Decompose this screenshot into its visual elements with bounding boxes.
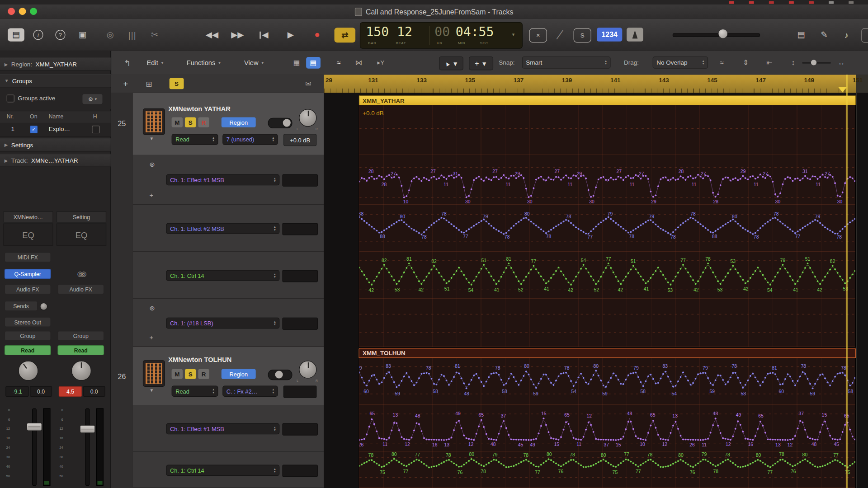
pan-knob[interactable] [71, 361, 91, 380]
menubar-status-icon[interactable] [729, 1, 734, 4]
mute-button[interactable]: M [172, 369, 183, 379]
playhead[interactable] [846, 75, 847, 488]
add-lane-icon[interactable]: + [150, 192, 154, 199]
lane-parameter-select[interactable]: Ch. 1: Ctrl 14▴▾ [166, 465, 279, 476]
autoselect-parameter-icon[interactable]: ▸Y [374, 57, 388, 69]
menubar-status-icon[interactable] [809, 1, 814, 4]
solo-button[interactable]: S [185, 369, 196, 379]
crossfade-icon[interactable]: ⋈ [352, 57, 366, 69]
editors-scissors-icon[interactable]: ✂ [146, 27, 163, 42]
mail-envelope-icon[interactable]: ✉ [301, 78, 316, 90]
lane-parameter-select[interactable]: Ch. 1: Effect #1 MSB▴▾ [166, 423, 279, 434]
snap-select[interactable]: Smart▴▾ [522, 56, 611, 69]
lane-parameter-select[interactable]: Ch. 1: (#18 LSB)▴▾ [166, 318, 279, 328]
groups-active-checkbox[interactable] [7, 94, 14, 102]
forward-button[interactable]: ▶▶ [229, 27, 246, 42]
peak-level-display[interactable]: -9.1 [5, 386, 28, 397]
lane-parameter-select[interactable]: Ch. 1: Ctrl 14▴▾ [166, 270, 279, 281]
region-header[interactable]: XMM_TOLHUN [359, 348, 856, 358]
disclosure-triangle-icon[interactable]: ▶ [5, 62, 8, 67]
menubar-status-icon[interactable] [769, 1, 774, 4]
note-pad-icon[interactable]: ✎ [816, 27, 833, 42]
record-enable-button[interactable]: R [198, 117, 209, 127]
lane-parameter-select[interactable]: Ch. 1: Effect #1 MSB▴▾ [166, 174, 279, 185]
track-header-26[interactable]: XMNewton TOLHUN M S R Region L R ▼ Read▴… [133, 347, 324, 406]
plugin-slot-audio-fx[interactable]: Audio FX [5, 284, 51, 294]
no-input-icon[interactable]: × [529, 28, 547, 42]
fader-thumb[interactable] [27, 423, 42, 431]
metronome-button[interactable] [627, 28, 643, 42]
menubar-status-icon[interactable] [789, 1, 794, 4]
record-button[interactable]: ● [309, 27, 326, 42]
add-lane-icon[interactable]: + [150, 333, 154, 341]
groups-header[interactable]: ▼ Groups [0, 74, 111, 87]
eq-display[interactable]: EQ [57, 224, 106, 246]
disclosure-triangle-icon[interactable]: ▶ [5, 158, 8, 163]
zoom-slider-thumb[interactable] [811, 60, 816, 65]
plugin-slot-group[interactable]: Group [5, 331, 51, 341]
arrangement-area[interactable]: XMM_YATHAR+0.0 dB28272810273111302729113… [324, 93, 868, 488]
automation-power-toggle[interactable] [268, 370, 292, 380]
remove-lane-icon[interactable]: ⊗ [150, 304, 155, 312]
automation-value-field[interactable]: +0.0 dB [283, 134, 316, 146]
vertical-auto-zoom-icon[interactable]: ⇕ [738, 57, 753, 69]
stereo-format-button[interactable]: ◎◎ [57, 269, 104, 279]
master-volume-slider[interactable] [673, 33, 760, 37]
automation-read-button[interactable]: Read [57, 345, 104, 355]
pan-knob[interactable] [299, 361, 316, 378]
lcd-display[interactable]: 150 12 BAR BEAT 00 HR 04:55 MIN SEC ▾ [360, 22, 523, 49]
plugin-slot-midi-fx[interactable]: MIDI FX [5, 252, 51, 262]
solo-mode-icon[interactable]: S [574, 28, 591, 42]
pointer-tool-select[interactable]: ▲▼ [439, 56, 463, 70]
browser-icon[interactable] [861, 28, 868, 42]
mute-button[interactable]: M [172, 117, 183, 127]
bar-ruler[interactable]: 29131133135137139141143145147149151 [324, 75, 868, 94]
region-automation-button[interactable]: Region [222, 117, 256, 127]
record-enable-button[interactable]: R [198, 369, 209, 379]
region-inspector-header[interactable]: ▶ Region: XMM_YATHAR [0, 57, 111, 70]
loop-browser-icon[interactable]: ♪ [838, 27, 855, 42]
master-volume-thumb[interactable] [718, 29, 727, 38]
automation-power-toggle[interactable] [268, 118, 292, 128]
lane-disclosure-icon[interactable]: ▼ [150, 388, 154, 393]
cycle-button[interactable]: ⇄ [335, 28, 356, 42]
region-xmm_tolhun[interactable]: XMM_TOLHUN898360597881584878805859788054… [359, 348, 856, 488]
disclosure-triangle-icon[interactable]: ▶ [5, 142, 8, 147]
grid-view-icon[interactable]: ▦ [289, 57, 304, 69]
track-header-25[interactable]: XMNewton YATHAR M S R Region L R ▼ Read▴… [133, 93, 324, 155]
library-icon[interactable]: ▤ [8, 28, 24, 41]
automation-lane-curve[interactable]: 8281824253425151817754415241547751425242… [359, 252, 855, 299]
automation-lane-curve[interactable]: 2827281027311130272911302729113027271129… [359, 155, 855, 205]
group-h-checkbox[interactable] [92, 126, 99, 133]
automation-lane-curve[interactable]: 6513482611121649653713124845156512491511… [359, 405, 855, 452]
plugin-slot-audio-fx[interactable]: Audio FX [57, 284, 104, 294]
disclosure-triangle-icon[interactable]: ▼ [5, 78, 9, 83]
region-xmm_yathar[interactable]: XMM_YATHAR+0.0 dB28272810273111302729113… [359, 95, 856, 347]
plugin-slot-q-sampler[interactable]: Q-Sampler [5, 269, 51, 279]
pencil-icon[interactable]: ╱ [550, 26, 569, 44]
menubar-status-icon[interactable] [829, 1, 834, 4]
groups-settings-button[interactable]: ⚙▾ [82, 94, 103, 104]
toolbar-icon[interactable]: ▣ [74, 27, 91, 42]
rewind-button[interactable]: ◀◀ [204, 27, 221, 42]
automation-parameter-select[interactable]: C. : Fx #2…▴▾ [222, 385, 278, 396]
track-list-view-icon[interactable]: ▤ [306, 57, 321, 69]
catch-playhead-icon[interactable]: ↰ [120, 57, 135, 69]
plugin-slot-group[interactable]: Group [57, 331, 104, 341]
lane-disclosure-icon[interactable]: ▼ [150, 136, 154, 141]
menubar-status-icon[interactable] [749, 1, 754, 4]
volume-value-display[interactable]: 0.0 [30, 386, 52, 397]
quick-help-icon[interactable]: ? [52, 27, 69, 42]
automation-curve-icon[interactable]: ≈ [331, 57, 346, 69]
remove-lane-icon[interactable]: ⊗ [150, 160, 155, 168]
secondary-tool-select[interactable]: +▼ [469, 56, 493, 70]
list-editors-icon[interactable]: ▤ [793, 27, 809, 42]
mixer-icon[interactable]: ||| [124, 27, 141, 42]
volume-fader[interactable] [85, 408, 90, 486]
plugin-slot-stereo-out[interactable]: Stereo Out [5, 317, 51, 327]
automation-lane-curve[interactable]: 7880777577788079767878807877768077787577… [359, 452, 855, 488]
fit-horizontal-zoom-icon[interactable]: ⇤ [762, 57, 777, 69]
menubar-status-icon[interactable] [849, 1, 854, 4]
eq-display[interactable]: EQ [3, 224, 53, 246]
settings-header[interactable]: ▶ Settings [0, 138, 111, 151]
